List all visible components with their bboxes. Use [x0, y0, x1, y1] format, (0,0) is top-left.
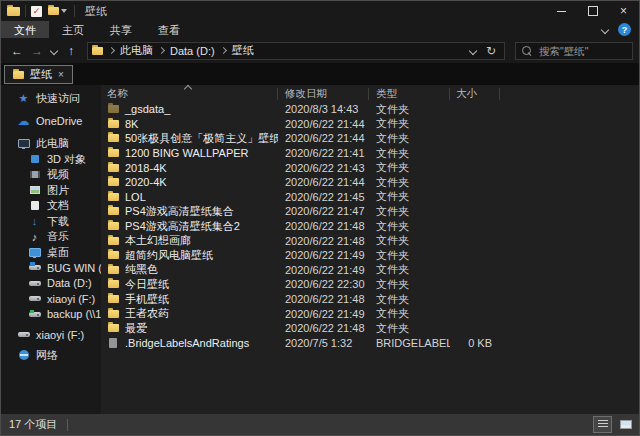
- table-row[interactable]: LOL 2020/6/22 21:45 文件夹: [101, 190, 639, 205]
- table-row[interactable]: 最爱 2020/6/22 21:48 文件夹: [101, 321, 639, 336]
- sidebar-item-label: 下载: [47, 214, 69, 229]
- file-type: 文件夹: [369, 321, 450, 336]
- file-date: 2020/6/22 21:44: [278, 176, 369, 188]
- column-header-name[interactable]: 名称: [101, 85, 278, 102]
- table-row[interactable]: 纯黑色 2020/6/22 21:49 文件夹: [101, 263, 639, 278]
- thumbnails-view-icon: [620, 420, 632, 429]
- file-size: 0 KB: [450, 337, 500, 349]
- search-icon: [522, 46, 531, 55]
- file-name: _gsdata_: [125, 103, 170, 115]
- breadcrumb-data-d[interactable]: Data (D:): [170, 45, 215, 57]
- sidebar-item-label: Data (D:): [47, 277, 92, 289]
- table-row[interactable]: 2018-4K 2020/6/22 21:43 文件夹: [101, 160, 639, 175]
- sidebar-item-label: 文档: [47, 198, 69, 213]
- forward-button[interactable]: →: [27, 44, 47, 58]
- back-button[interactable]: ←: [7, 44, 27, 58]
- breadcrumb-this-pc[interactable]: 此电脑: [120, 43, 153, 58]
- file-type: 文件夹: [369, 219, 450, 234]
- file-name: 8K: [125, 118, 138, 130]
- table-row[interactable]: 2020-4K 2020/6/22 21:44 文件夹: [101, 175, 639, 190]
- close-tab-icon[interactable]: ×: [58, 69, 64, 80]
- folder-icon[interactable]: [48, 7, 59, 15]
- checkbox-icon[interactable]: ✓: [31, 6, 42, 17]
- chevron-right-icon: [220, 47, 227, 54]
- sidebar-item-downloads[interactable]: ↓ 下载: [1, 214, 101, 230]
- drive-icon: [28, 296, 41, 301]
- sidebar-item-label: xiaoyi (F:): [36, 329, 84, 341]
- column-headers: 名称 修改日期 类型 大小: [101, 85, 639, 102]
- table-row[interactable]: 超简约风电脑壁纸 2020/6/22 21:49 文件夹: [101, 248, 639, 263]
- table-row[interactable]: PS4游戏高清壁纸集合2 2020/6/22 21:48 文件夹: [101, 219, 639, 234]
- sidebar-item-backup-network[interactable]: backup (\\192.168: [1, 307, 101, 323]
- qat-dropdown-icon[interactable]: [61, 9, 67, 13]
- file-date: 2020/6/22 21:44: [278, 118, 369, 130]
- thumbnails-view-button[interactable]: [616, 416, 635, 433]
- sidebar-item-label: 网络: [36, 348, 58, 363]
- sidebar-item-onedrive[interactable]: ☁ OneDrive: [1, 114, 101, 130]
- close-button[interactable]: ×: [608, 1, 639, 21]
- tab-wallpaper[interactable]: 壁纸 ×: [4, 65, 73, 84]
- help-icon[interactable]: ?: [618, 23, 631, 36]
- sidebar-item-drive-d[interactable]: Data (D:): [1, 276, 101, 292]
- sidebar-item-desktop[interactable]: 桌面: [1, 245, 101, 261]
- sidebar-item-drive-f[interactable]: xiaoyi (F:): [1, 291, 101, 307]
- address-dropdown-icon[interactable]: [469, 46, 477, 54]
- sidebar-item-label: 音乐: [47, 229, 69, 244]
- folder-icon: [13, 71, 24, 79]
- search-input[interactable]: [537, 44, 631, 58]
- computer-icon: [17, 139, 30, 148]
- explorer-tab-bar: 壁纸 ×: [1, 63, 639, 85]
- file-type: 文件夹: [369, 248, 450, 263]
- file-rows: _gsdata_ 2020/8/3 14:43 文件夹 8K 2020/6/22…: [101, 102, 639, 414]
- table-row[interactable]: PS4游戏高清壁纸集合 2020/6/22 21:47 文件夹: [101, 204, 639, 219]
- maximize-button[interactable]: [577, 1, 608, 21]
- window-controls: ×: [546, 1, 639, 21]
- sidebar-item-documents[interactable]: 文档: [1, 198, 101, 214]
- search-box[interactable]: [515, 42, 633, 60]
- table-row[interactable]: 本土幻想画廊 2020/6/22 21:48 文件夹: [101, 233, 639, 248]
- table-row[interactable]: 王者农药 2020/6/22 21:49 文件夹: [101, 306, 639, 321]
- tab-view[interactable]: 查看: [145, 21, 193, 38]
- file-name: 王者农药: [125, 306, 169, 321]
- minimize-button[interactable]: [546, 1, 577, 21]
- file-date: 2020/6/22 21:41: [278, 147, 369, 159]
- table-row[interactable]: 今日壁纸 2020/6/22 22:30 文件夹: [101, 277, 639, 292]
- sidebar-item-videos[interactable]: 视频: [1, 167, 101, 183]
- column-header-type[interactable]: 类型: [369, 85, 450, 102]
- refresh-icon[interactable]: ↻: [486, 44, 496, 58]
- file-date: 2020/6/22 21:48: [278, 220, 369, 232]
- table-row[interactable]: 8K 2020/6/22 21:44 文件夹: [101, 117, 639, 132]
- tab-file[interactable]: 文件: [1, 21, 49, 38]
- file-name: 50张极具创意「极简主义」壁纸: [125, 131, 278, 146]
- recent-locations-icon[interactable]: [47, 48, 61, 54]
- column-header-size[interactable]: 大小: [450, 85, 500, 102]
- sidebar-item-pictures[interactable]: 图片: [1, 183, 101, 199]
- breadcrumb-wallpaper[interactable]: 壁纸: [232, 43, 254, 58]
- sidebar-item-music[interactable]: ♪ 音乐: [1, 229, 101, 245]
- sidebar-item-quick-access[interactable]: ★ 快速访问: [1, 91, 101, 107]
- tab-share[interactable]: 共享: [97, 21, 145, 38]
- sidebar-item-this-pc[interactable]: 此电脑: [1, 136, 101, 152]
- file-date: 2020/6/22 21:47: [278, 205, 369, 217]
- file-type: 文件夹: [369, 131, 450, 146]
- up-button[interactable]: ↑: [61, 44, 81, 58]
- column-header-date[interactable]: 修改日期: [278, 85, 369, 102]
- file-name: 今日壁纸: [125, 277, 169, 292]
- tab-home[interactable]: 主页: [49, 21, 97, 38]
- sidebar-item-network[interactable]: 网络: [1, 348, 101, 364]
- breadcrumb[interactable]: 此电脑 Data (D:) 壁纸 ↻: [87, 42, 505, 60]
- sidebar-item-label: 视频: [47, 167, 69, 182]
- expand-ribbon-icon[interactable]: [601, 25, 609, 33]
- table-row[interactable]: 50张极具创意「极简主义」壁纸 2020/6/22 21:44 文件夹: [101, 131, 639, 146]
- details-view-button[interactable]: [593, 416, 612, 433]
- picture-icon: [28, 186, 41, 194]
- sidebar-item-drive-c[interactable]: BUG WIN (C:): [1, 260, 101, 276]
- table-row[interactable]: _gsdata_ 2020/8/3 14:43 文件夹: [101, 102, 639, 117]
- sidebar-item-drive-f-root[interactable]: xiaoyi (F:): [1, 327, 101, 343]
- table-row[interactable]: 手机壁纸 2020/6/22 21:48 文件夹: [101, 292, 639, 307]
- sidebar-item-3d-objects[interactable]: 3D 对象: [1, 152, 101, 168]
- table-row[interactable]: .BridgeLabelsAndRatings 2020/7/5 1:32 BR…: [101, 336, 639, 351]
- desktop-icon: [28, 248, 41, 257]
- file-name: PS4游戏高清壁纸集合2: [125, 219, 240, 234]
- table-row[interactable]: 1200 BING WALLPAPER 2020/6/22 21:41 文件夹: [101, 146, 639, 161]
